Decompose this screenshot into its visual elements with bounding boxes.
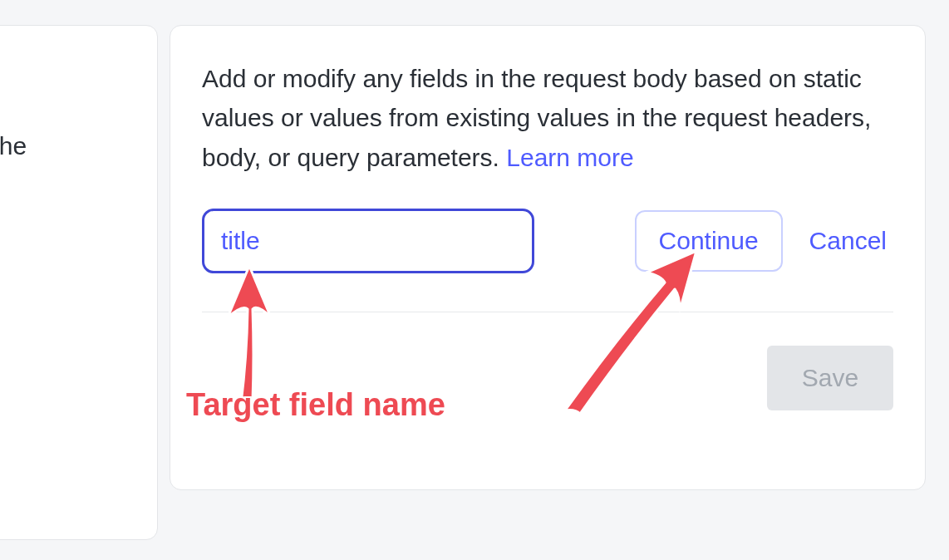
main-config-card: Add or modify any fields in the request …: [170, 25, 926, 490]
continue-button[interactable]: Continue: [635, 210, 783, 272]
left-panel-text-fragment: ey to the: [0, 127, 127, 165]
field-override-description: Add or modify any fields in the request …: [202, 59, 893, 177]
actions-row: Save: [202, 346, 893, 410]
save-button: Save: [767, 346, 893, 410]
cancel-link[interactable]: Cancel: [809, 227, 887, 255]
left-panel-card: ey to the: [0, 25, 158, 540]
field-name-form-row: Continue Cancel: [202, 209, 893, 312]
learn-more-link[interactable]: Learn more: [506, 144, 633, 171]
target-field-name-input[interactable]: [202, 209, 534, 273]
